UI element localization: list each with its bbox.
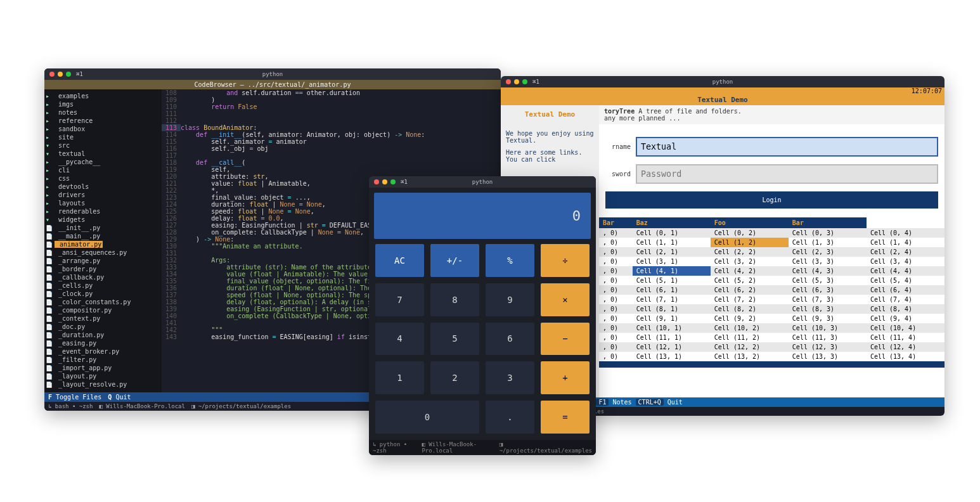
tree-folder[interactable]: reference (46, 117, 160, 125)
traffic-lights[interactable] (49, 72, 71, 77)
demo-title: Textual Demo (501, 94, 945, 105)
minimize-icon[interactable] (58, 72, 63, 77)
traffic-lights[interactable] (506, 79, 527, 84)
tree-file[interactable]: _easing.py (46, 339, 160, 347)
close-icon[interactable] (49, 72, 55, 77)
table-row[interactable]: , 0)Cell (10, 1)Cell (10, 2)Cell (10, 3)… (599, 323, 945, 333)
calc-btn-8[interactable]: 8 (430, 283, 479, 316)
calc-btn-[interactable]: % (486, 244, 534, 277)
tree-file[interactable]: __main__.py (46, 232, 160, 240)
tree-file[interactable]: _callback.py (46, 273, 160, 281)
tree-file[interactable]: _animator.py (46, 240, 160, 248)
calc-btn-3[interactable]: 3 (486, 361, 534, 394)
table-row[interactable]: , 0)Cell (0, 1)Cell (0, 2)Cell (0, 3)Cel… (599, 228, 945, 238)
calc-btn-[interactable]: + (541, 361, 590, 394)
window-title: python (712, 79, 733, 85)
calc-btn-[interactable]: − (541, 323, 590, 356)
tree-folder[interactable]: sandbox (46, 125, 160, 133)
tree-folder[interactable]: imgs (46, 100, 160, 108)
tree-file[interactable]: _ansi_sequences.py (46, 248, 160, 257)
tab-label: ⌘1 (401, 179, 408, 185)
table-header[interactable]: Baz (633, 217, 711, 228)
zoom-icon[interactable] (390, 179, 396, 184)
minimize-icon[interactable] (382, 179, 387, 184)
tab-label: ⌘1 (76, 71, 83, 77)
table-row[interactable]: , 0)Cell (13, 1)Cell (13, 2)Cell (13, 3)… (599, 352, 945, 361)
calc-btn-[interactable]: × (541, 283, 590, 316)
sidebar-title: Textual Demo (506, 110, 594, 119)
tree-folder[interactable]: renderables (46, 207, 160, 216)
minimize-icon[interactable] (514, 79, 519, 84)
data-table[interactable]: BarBazFooBar, 0)Cell (0, 1)Cell (0, 2)Ce… (599, 217, 945, 368)
calc-btn-[interactable]: ÷ (541, 244, 590, 277)
tree-folder[interactable]: src (46, 141, 160, 150)
calc-btn-5[interactable]: 5 (430, 323, 479, 356)
calc-btn-2[interactable]: 2 (430, 361, 479, 394)
table-row[interactable]: , 0)Cell (7, 1)Cell (7, 2)Cell (7, 3)Cel… (599, 295, 945, 304)
calc-btn-7[interactable]: 7 (375, 283, 424, 316)
calc-keypad: AC+/-%÷789×456−123+0.= (369, 244, 596, 440)
calc-btn-9[interactable]: 9 (486, 283, 534, 316)
tree-file[interactable]: _color_constants.py (46, 298, 160, 306)
traffic-lights[interactable] (374, 179, 396, 184)
table-row[interactable]: , 0)Cell (3, 1)Cell (3, 2)Cell (3, 3)Cel… (599, 257, 945, 266)
tree-folder[interactable]: css (46, 174, 160, 183)
tree-file[interactable]: _compositor.py (46, 306, 160, 314)
tree-folder[interactable]: devtools (46, 183, 160, 191)
calc-btn-4[interactable]: 4 (375, 323, 424, 356)
password-input[interactable] (636, 164, 938, 184)
calc-btn-1[interactable]: 1 (375, 361, 424, 394)
table-header[interactable]: Bar (599, 217, 633, 228)
calc-btn-ac[interactable]: AC (375, 244, 424, 277)
close-icon[interactable] (506, 79, 511, 84)
file-tree[interactable]: examples imgs notes reference sandbox si… (44, 89, 162, 392)
tree-file[interactable]: _import_app.py (46, 364, 160, 372)
tree-file[interactable]: _doc.py (46, 323, 160, 331)
table-row[interactable]: , 0)Cell (5, 1)Cell (5, 2)Cell (5, 3)Cel… (599, 276, 945, 285)
table-header[interactable]: Bar (789, 217, 867, 228)
table-row[interactable]: , 0)Cell (2, 1)Cell (2, 2)Cell (2, 3)Cel… (599, 247, 945, 257)
table-row[interactable]: , 0)Cell (4, 1)Cell (4, 2)Cell (4, 3)Cel… (599, 266, 945, 276)
tree-file[interactable]: _cells.py (46, 281, 160, 290)
tree-file[interactable]: _layout.py (46, 372, 160, 380)
tree-file[interactable]: _arrange.py (46, 257, 160, 265)
table-header[interactable]: Foo (711, 217, 789, 228)
tree-file[interactable]: _border.py (46, 265, 160, 273)
table-row[interactable]: , 0)Cell (12, 1)Cell (12, 2)Cell (12, 3)… (599, 342, 945, 352)
table-row[interactable]: , 0)Cell (8, 1)Cell (8, 2)Cell (8, 3)Cel… (599, 304, 945, 314)
login-button[interactable]: Login (605, 191, 938, 209)
zoom-icon[interactable] (66, 72, 71, 77)
tree-file[interactable]: _filter.py (46, 356, 160, 364)
tree-file[interactable]: _clock.py (46, 290, 160, 298)
tree-folder[interactable]: widgets (46, 216, 160, 224)
titlebar[interactable]: ⌘1 python (369, 176, 596, 188)
username-input[interactable] (636, 137, 938, 157)
titlebar[interactable]: ⌘1 python (44, 68, 501, 80)
table-row[interactable]: , 0)Cell (1, 1)Cell (1, 2)Cell (1, 3)Cel… (599, 238, 945, 247)
tree-folder[interactable]: notes (46, 108, 160, 117)
tree-folder[interactable]: __pycache__ (46, 158, 160, 166)
calc-btn-[interactable]: = (541, 401, 590, 434)
table-row[interactable]: , 0)Cell (11, 1)Cell (11, 2)Cell (11, 3)… (599, 333, 945, 342)
tree-file[interactable]: _context.py (46, 314, 160, 323)
tree-file[interactable]: _layout_resolve.py (46, 380, 160, 389)
tree-folder[interactable]: layouts (46, 199, 160, 207)
tree-folder[interactable]: drivers (46, 191, 160, 199)
titlebar[interactable]: ⌘1 python (501, 76, 945, 87)
calc-btn-[interactable]: . (486, 401, 534, 434)
tree-folder[interactable]: site (46, 133, 160, 141)
close-icon[interactable] (374, 179, 379, 184)
tree-file[interactable]: _duration.py (46, 331, 160, 339)
sidebar-text: Here are some links. You can click (506, 149, 594, 163)
tree-file[interactable]: __init__.py (46, 224, 160, 232)
zoom-icon[interactable] (522, 79, 527, 84)
tree-file[interactable]: _event_broker.py (46, 347, 160, 356)
calc-btn-[interactable]: +/- (430, 244, 479, 277)
tree-folder[interactable]: cli (46, 166, 160, 174)
tree-folder[interactable]: examples (46, 92, 160, 100)
table-row[interactable]: , 0)Cell (6, 1)Cell (6, 2)Cell (6, 3)Cel… (599, 285, 945, 295)
tree-folder[interactable]: textual (46, 150, 160, 158)
calc-btn-6[interactable]: 6 (486, 323, 534, 356)
table-row[interactable]: , 0)Cell (9, 1)Cell (9, 2)Cell (9, 3)Cel… (599, 314, 945, 323)
calc-btn-0[interactable]: 0 (375, 401, 479, 434)
